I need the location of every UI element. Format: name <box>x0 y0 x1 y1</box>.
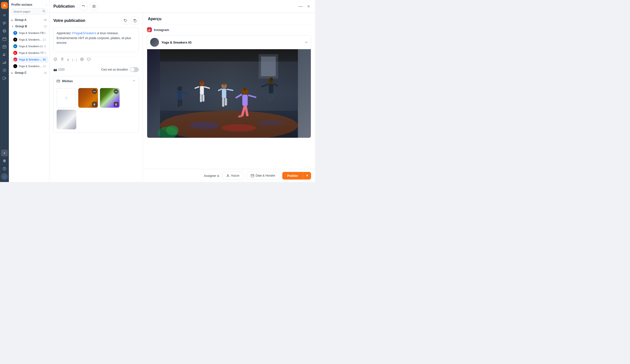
char-count-value: 2200 <box>58 68 65 71</box>
item-name-fb: Yoga & Sneakers FB <box>19 31 44 34</box>
undo-button[interactable] <box>80 2 88 10</box>
group-a-count: 08 <box>44 18 47 21</box>
media-thumb-3[interactable] <box>56 110 76 129</box>
location-tool[interactable] <box>60 57 64 62</box>
linkedin-icon: in <box>13 44 17 48</box>
nav-inbox-icon[interactable] <box>1 20 8 26</box>
nav-calendar2-icon[interactable] <box>1 43 8 50</box>
emoji-tool[interactable] <box>54 57 57 62</box>
nav-video-icon[interactable] <box>1 75 8 82</box>
preview-content: ◎ Instagram Yoga & Sneakers IG ✏ <box>143 24 315 169</box>
svg-point-24 <box>4 170 5 170</box>
sidebar-item-yoga-fb[interactable]: f Yoga & Sneakers FB 6 <box>11 30 48 36</box>
media-thumb-2[interactable]: ••• 🗑 <box>100 88 120 108</box>
media-title: Médias <box>56 79 73 83</box>
svg-rect-29 <box>134 20 136 22</box>
svg-rect-1 <box>3 23 6 23</box>
group-a-header[interactable]: ▶ Group A 08 <box>9 17 49 23</box>
nav-chart-icon[interactable] <box>1 59 8 66</box>
publication-header: Votre publication <box>54 17 139 24</box>
media-thumb-1[interactable]: ••• 🗑 <box>78 88 98 108</box>
group-c-header[interactable]: ▶ Group C 14 <box>9 70 49 76</box>
svg-point-16 <box>5 53 6 54</box>
nav-paper-plane-icon[interactable]: ✉ <box>1 12 8 19</box>
sidebar-collapse-button[interactable]: ‹ <box>46 3 47 6</box>
mention-tool[interactable]: {…} <box>72 58 77 61</box>
item-count-li: 8 <box>44 45 46 48</box>
preview-edit-button[interactable]: ✏ <box>305 40 308 44</box>
group-a-name: Group A <box>15 18 44 22</box>
publication-panel: Votre publication Appréciez #Yoga&Sneake… <box>50 13 143 182</box>
publish-button[interactable]: Publier <box>282 172 303 180</box>
content-area: Votre publication Appréciez #Yoga&Sneake… <box>50 13 315 182</box>
preview-panel: Aperçu ◎ Instagram Yoga & Sneakers IG ✏ <box>143 13 315 182</box>
sidebar-item-yoga-li[interactable]: in Yoga & Sneakers LI 8 <box>11 43 48 49</box>
media-delete-2-button[interactable]: 🗑 <box>114 102 118 107</box>
hashtag-tool[interactable]: # <box>67 58 69 62</box>
svg-rect-47 <box>178 100 180 107</box>
nav-bell-icon[interactable] <box>1 157 8 164</box>
history-button[interactable] <box>90 2 98 10</box>
aucun-button[interactable]: Aucun <box>222 172 244 180</box>
group-b-count: 12 <box>44 25 47 28</box>
media-thumb-3-overlay <box>56 110 76 129</box>
svg-point-21 <box>4 70 5 71</box>
search-input[interactable] <box>11 8 47 15</box>
preview-image <box>147 49 311 138</box>
publication-icons <box>122 17 139 24</box>
svg-rect-42 <box>261 56 276 76</box>
copy-button[interactable] <box>131 17 139 24</box>
sidebar-item-yoga-ig[interactable]: ◎ Yoga & Sneakers IG 32 <box>11 56 48 63</box>
svg-rect-65 <box>242 95 248 106</box>
sidebar-item-yoga-yt[interactable]: ▶ Yoga & Sneakers YT 4 <box>11 50 48 56</box>
svg-point-64 <box>244 87 247 91</box>
group-b-header[interactable]: ▼ Group B 12 <box>9 23 49 29</box>
group-b-items: f Yoga & Sneakers FB 6 ✕ Yoga & Sneakers… <box>9 30 49 69</box>
date-horaire-button[interactable]: Date & Horaire <box>246 172 279 180</box>
nav-calendar-icon[interactable] <box>1 35 8 42</box>
media-more-2-button[interactable]: ••• <box>114 89 118 94</box>
svg-rect-73 <box>269 84 274 93</box>
draft-toggle[interactable] <box>130 67 139 72</box>
tag-button[interactable] <box>122 17 130 24</box>
publish-dropdown-button[interactable]: ▼ <box>303 172 311 180</box>
nav-dashboard-icon[interactable] <box>1 67 8 74</box>
nav-globe-icon[interactable] <box>1 27 8 34</box>
media-more-1-button[interactable]: ••• <box>92 89 97 94</box>
group-b-name: Group B <box>15 24 44 28</box>
group-c-arrow-icon: ▶ <box>11 71 13 74</box>
close-button[interactable]: ✕ <box>306 3 311 9</box>
nav-avatar-icon[interactable]: 👤 <box>1 173 8 180</box>
add-media-button[interactable]: + <box>56 88 76 108</box>
item-name-ig: Yoga & Sneakers IG <box>19 58 43 61</box>
publication-footer: 📷 2200 Ceci est un brouillon <box>54 66 139 73</box>
svg-rect-77 <box>272 93 274 101</box>
svg-point-31 <box>55 59 55 59</box>
svg-point-79 <box>222 124 256 132</box>
media-collapse-icon[interactable] <box>133 79 136 83</box>
nav-users-icon[interactable] <box>1 51 8 58</box>
minimize-button[interactable]: — <box>297 3 304 10</box>
globe-tool[interactable] <box>80 57 84 62</box>
media-delete-1-button[interactable]: 🗑 <box>92 102 97 107</box>
svg-rect-48 <box>180 100 182 106</box>
app-logo[interactable]: A <box>1 2 8 9</box>
item-count-yt: 4 <box>44 51 46 54</box>
svg-rect-2 <box>3 24 5 24</box>
sidebar-title: Profils sociaux <box>11 3 32 6</box>
nav-add-icon[interactable]: + <box>1 150 8 156</box>
item-count-tw: 12 <box>43 38 46 41</box>
item-count-ig: 32 <box>43 58 46 61</box>
page-title: Publication <box>54 4 74 8</box>
sidebar-item-yoga-tw[interactable]: ✕ Yoga & Sneakers TW 12 <box>11 36 48 43</box>
publication-toolbar: # {…} <box>54 56 139 63</box>
item-name-tk: Yoga & Sneakers TK <box>19 65 43 68</box>
nav-help-icon[interactable] <box>1 165 8 172</box>
sidebar-item-yoga-tk[interactable]: ♪ Yoga & Sneakers TK 14 <box>11 63 48 69</box>
svg-rect-55 <box>202 95 204 102</box>
publication-text-before: Appréciez <box>56 31 72 35</box>
svg-point-30 <box>54 58 57 61</box>
comment-tool[interactable] <box>87 57 91 62</box>
svg-rect-54 <box>200 95 202 102</box>
publication-text-area[interactable]: Appréciez #Yoga&Sneakers à tous niveaux,… <box>54 27 139 52</box>
